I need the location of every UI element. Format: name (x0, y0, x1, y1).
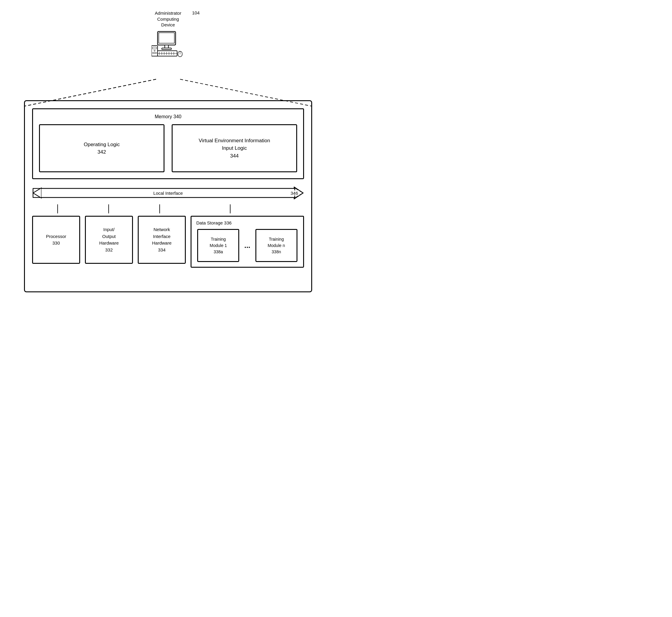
computer-icon (152, 29, 185, 59)
components-row: Processor 330 Input/OutputHardware 332 N… (32, 207, 304, 268)
operating-logic-box: Operating Logic 342 (39, 124, 165, 172)
computer-label: Administrator Computing Device (155, 10, 181, 28)
training-module-n-box: TrainingModule n 338n (255, 229, 297, 262)
svg-rect-22 (153, 52, 157, 53)
svg-rect-5 (165, 45, 168, 48)
local-interface-label: Local Interface (151, 191, 185, 196)
operating-logic-text: Operating Logic 342 (84, 141, 120, 156)
top-area: Administrator Computing Device 104 (9, 7, 327, 97)
svg-rect-6 (162, 48, 171, 49)
diagram-container: Administrator Computing Device 104 (9, 7, 327, 301)
components-section: Processor 330 Input/OutputHardware 332 N… (32, 204, 304, 268)
data-storage-label: Data Storage 336 (196, 220, 298, 225)
data-storage-box: Data Storage 336 TrainingModule 1 338a .… (191, 216, 304, 268)
memory-label: Memory 340 (39, 114, 297, 120)
svg-point-21 (154, 50, 155, 51)
svg-rect-4 (159, 33, 174, 43)
local-interface-id: 346 (289, 191, 299, 196)
training-module-n-text: TrainingModule n 338n (268, 236, 285, 255)
svg-rect-20 (153, 47, 157, 49)
processor-text: Processor 330 (46, 233, 66, 247)
vei-logic-text: Virtual Environment InformationInput Log… (199, 137, 270, 160)
memory-box: Memory 340 Operating Logic 342 Virtual E… (32, 108, 304, 179)
processor-box: Processor 330 (32, 216, 80, 264)
io-hardware-box: Input/OutputHardware 332 (85, 216, 133, 264)
training-module-1-box: TrainingModule 1 338a (197, 229, 239, 262)
data-storage-inner: TrainingModule 1 338a ... TrainingModule… (196, 229, 298, 262)
vei-logic-box: Virtual Environment InformationInput Log… (172, 124, 297, 172)
memory-inner: Operating Logic 342 Virtual Environment … (39, 124, 297, 172)
computer-block: Administrator Computing Device 104 (152, 10, 185, 59)
computer-id: 104 (192, 10, 200, 15)
local-interface-area: Local Interface 346 (32, 184, 304, 202)
network-hardware-text: NetworkInterfaceHardware 334 (152, 226, 171, 253)
ellipsis: ... (241, 241, 253, 250)
network-hardware-box: NetworkInterfaceHardware 334 (138, 216, 186, 264)
io-hardware-text: Input/OutputHardware 332 (99, 226, 119, 253)
training-module-1-text: TrainingModule 1 338a (210, 236, 227, 255)
main-box: Memory 340 Operating Logic 342 Virtual E… (24, 100, 312, 292)
